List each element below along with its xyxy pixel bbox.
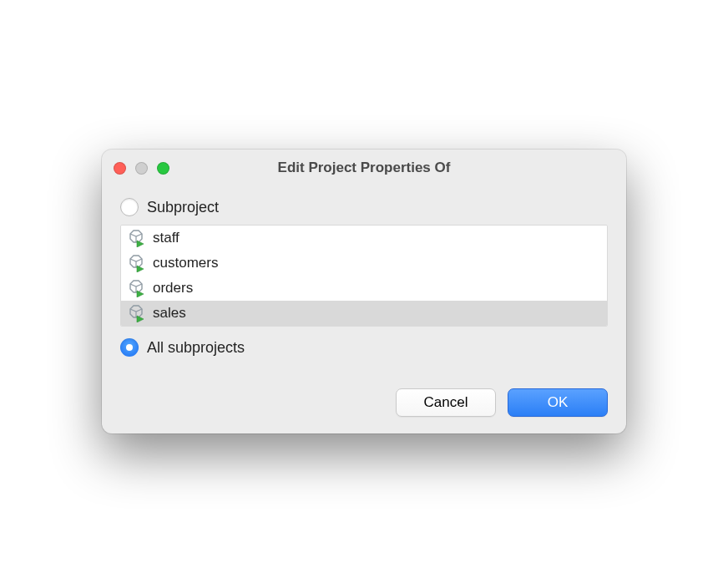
button-row: Cancel OK <box>120 365 608 417</box>
radio-option-subproject[interactable]: Subproject <box>120 198 608 216</box>
titlebar: Edit Project Properties Of <box>102 150 626 186</box>
radio-all-indicator <box>120 338 139 357</box>
module-icon <box>128 229 146 247</box>
dialog-content: Subproject staffcustomersorderssales All… <box>102 186 626 433</box>
cancel-button[interactable]: Cancel <box>396 388 496 417</box>
list-item[interactable]: sales <box>121 301 607 326</box>
traffic-lights <box>114 162 169 175</box>
dialog-window: Edit Project Properties Of Subproject st… <box>102 150 626 433</box>
list-item[interactable]: customers <box>121 251 607 276</box>
subproject-list[interactable]: staffcustomersorderssales <box>120 225 608 327</box>
radio-option-all-subprojects[interactable]: All subprojects <box>120 338 608 357</box>
maximize-button[interactable] <box>157 162 169 175</box>
list-item-label: customers <box>153 255 218 271</box>
module-icon <box>128 279 146 297</box>
list-item-label: staff <box>153 230 179 246</box>
module-icon <box>128 254 146 272</box>
radio-subproject-label: Subproject <box>147 199 219 216</box>
close-button[interactable] <box>114 162 126 175</box>
ok-button[interactable]: OK <box>508 388 608 417</box>
radio-subproject-indicator <box>120 198 139 216</box>
dialog-title: Edit Project Properties Of <box>102 160 626 176</box>
minimize-button[interactable] <box>135 162 148 175</box>
list-item[interactable]: orders <box>121 276 607 301</box>
list-item-label: orders <box>153 280 193 297</box>
radio-all-label: All subprojects <box>147 339 245 357</box>
module-icon <box>128 304 146 322</box>
list-item[interactable]: staff <box>121 226 607 251</box>
list-item-label: sales <box>153 305 186 322</box>
